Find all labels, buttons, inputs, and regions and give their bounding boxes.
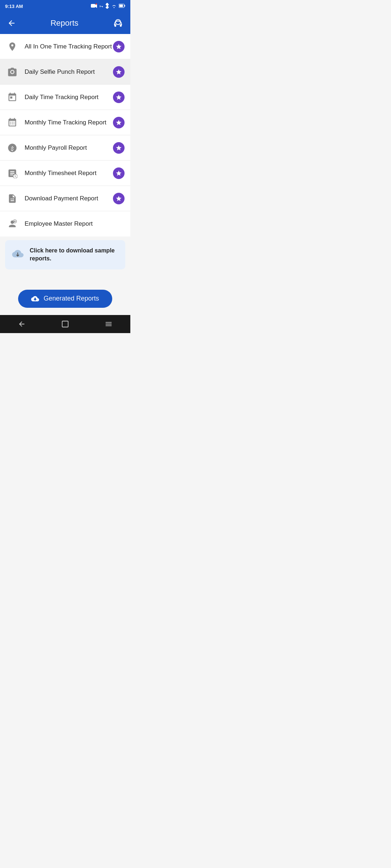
- report-label-employee-master: Employee Master Report: [25, 220, 125, 227]
- page-title: Reports: [17, 18, 112, 28]
- report-item-daily-time[interactable]: Daily Time Tracking Report: [0, 85, 130, 110]
- dollar-circle-icon: [6, 141, 19, 154]
- report-item-all-in-one[interactable]: All In One Time Tracking Report: [0, 34, 130, 59]
- report-item-monthly-timesheet[interactable]: Monthly Timesheet Report: [0, 161, 130, 186]
- svg-rect-11: [125, 5, 125, 7]
- report-label-monthly-time: Monthly Time Tracking Report: [25, 119, 113, 126]
- svg-rect-12: [119, 5, 123, 7]
- wifi-icon: [111, 4, 117, 9]
- star-badge-monthly-timesheet: [113, 167, 125, 179]
- svg-point-16: [13, 174, 17, 178]
- key-icon: 🗝: [99, 4, 103, 8]
- report-list: All In One Time Tracking Report Daily Se…: [0, 34, 130, 237]
- navigation-bar: [0, 315, 130, 333]
- back-button[interactable]: [6, 17, 17, 29]
- report-label-download-payment: Download Payment Report: [25, 195, 113, 202]
- svg-point-9: [114, 7, 114, 8]
- bluetooth-icon: [105, 3, 109, 9]
- star-badge-monthly-payroll: [113, 142, 125, 154]
- report-label-monthly-timesheet: Monthly Timesheet Report: [25, 170, 113, 177]
- calendar-grid-icon: [6, 116, 19, 129]
- report-label-all-in-one: All In One Time Tracking Report: [25, 43, 113, 50]
- report-label-daily-selfie: Daily Selfie Punch Report: [25, 68, 113, 76]
- report-item-employee-master[interactable]: Employee Master Report: [0, 211, 130, 237]
- status-icons: 🗝: [91, 3, 125, 9]
- app-header: Reports: [0, 12, 130, 34]
- svg-rect-0: [91, 4, 95, 8]
- star-badge-daily-time: [113, 92, 125, 103]
- timesheet-icon: [6, 167, 19, 180]
- status-bar: 9:13 AM 🗝: [0, 0, 130, 12]
- rupee-doc-icon: ₹: [6, 192, 19, 205]
- location-pin-icon: [6, 40, 19, 53]
- report-label-monthly-payroll: Monthly Payroll Report: [25, 144, 113, 152]
- download-banner-text: Click here to download sample reports.: [30, 247, 119, 263]
- report-item-download-payment[interactable]: ₹ Download Payment Report: [0, 186, 130, 211]
- report-item-monthly-payroll[interactable]: Monthly Payroll Report: [0, 135, 130, 161]
- nav-menu-button[interactable]: [105, 320, 113, 328]
- nav-home-button[interactable]: [61, 320, 69, 328]
- star-badge-monthly-time: [113, 117, 125, 128]
- report-label-daily-time: Daily Time Tracking Report: [25, 94, 113, 101]
- svg-point-2: [96, 3, 97, 5]
- employee-icon: [6, 217, 19, 230]
- camera-icon: [6, 65, 19, 78]
- svg-point-13: [115, 20, 121, 25]
- star-badge-daily-selfie: [113, 66, 125, 78]
- star-badge-download-payment: [113, 193, 125, 204]
- generated-reports-button[interactable]: Generated Reports: [18, 290, 112, 308]
- svg-rect-20: [62, 321, 68, 327]
- report-item-monthly-time[interactable]: Monthly Time Tracking Report: [0, 110, 130, 135]
- recording-icon: [91, 3, 97, 9]
- headphones-button[interactable]: [112, 17, 125, 30]
- report-item-daily-selfie[interactable]: Daily Selfie Punch Report: [0, 59, 130, 85]
- generated-reports-label: Generated Reports: [43, 295, 99, 302]
- nav-back-button[interactable]: [18, 320, 26, 328]
- star-badge-all-in-one: [113, 41, 125, 52]
- bottom-section: Generated Reports: [0, 284, 130, 315]
- calendar-icon: [6, 91, 19, 104]
- status-time: 9:13 AM: [5, 4, 23, 9]
- download-cloud-icon: [11, 248, 25, 261]
- battery-icon: [119, 4, 125, 9]
- download-sample-banner[interactable]: Click here to download sample reports.: [5, 240, 125, 269]
